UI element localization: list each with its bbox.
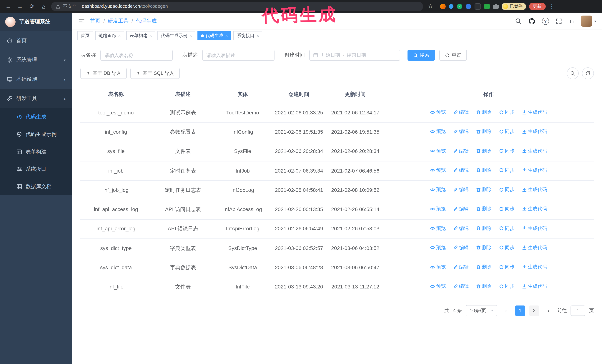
generate-code-link[interactable]: 生成代码 bbox=[522, 186, 547, 193]
delete-link[interactable]: 删除 bbox=[476, 186, 492, 193]
user-menu[interactable]: ▾ bbox=[581, 16, 596, 27]
tag-close-icon[interactable]: × bbox=[256, 33, 259, 38]
fullscreen-icon[interactable] bbox=[556, 18, 562, 24]
edit-link[interactable]: 编辑 bbox=[453, 186, 469, 193]
sync-link[interactable]: 同步 bbox=[499, 283, 515, 290]
import-sql-button[interactable]: 基于 SQL 导入 bbox=[130, 68, 180, 79]
help-icon[interactable]: ? bbox=[542, 18, 549, 25]
preview-link[interactable]: 预览 bbox=[430, 283, 446, 290]
generate-code-link[interactable]: 生成代码 bbox=[522, 244, 547, 251]
sync-link[interactable]: 同步 bbox=[499, 128, 515, 135]
generate-code-link[interactable]: 生成代码 bbox=[522, 283, 547, 290]
tag-close-icon[interactable]: × bbox=[189, 33, 192, 38]
profile-paused-badge[interactable]: 已暂停 bbox=[502, 3, 526, 10]
sync-link[interactable]: 同步 bbox=[499, 205, 515, 213]
edit-link[interactable]: 编辑 bbox=[453, 283, 469, 290]
sidebar-item-db-docs[interactable]: 数据库文档 bbox=[0, 178, 72, 195]
sync-link[interactable]: 同步 bbox=[499, 167, 515, 174]
table-name-input[interactable] bbox=[100, 50, 173, 61]
edit-link[interactable]: 编辑 bbox=[453, 128, 469, 135]
toggle-search-button[interactable] bbox=[567, 67, 579, 79]
preview-link[interactable]: 预览 bbox=[430, 128, 446, 135]
edit-link[interactable]: 编辑 bbox=[453, 225, 469, 232]
preview-link[interactable]: 预览 bbox=[430, 186, 446, 193]
extension-icon[interactable] bbox=[484, 3, 490, 9]
reload-icon[interactable]: ⟳ bbox=[27, 2, 36, 11]
sidebar-item-form-builder[interactable]: 表单构建 bbox=[0, 143, 72, 160]
delete-link[interactable]: 删除 bbox=[476, 167, 492, 174]
date-range-picker[interactable]: 开始日期 - 结束日期 bbox=[309, 50, 400, 61]
generate-code-link[interactable]: 生成代码 bbox=[522, 147, 547, 155]
tag-codegen-example[interactable]: 代码生成示例× bbox=[157, 31, 195, 40]
tag-close-icon[interactable]: × bbox=[225, 33, 228, 38]
extensions-puzzle-icon[interactable] bbox=[493, 3, 499, 9]
search-button[interactable]: 搜索 bbox=[408, 50, 435, 61]
generate-code-link[interactable]: 生成代码 bbox=[522, 108, 547, 116]
delete-link[interactable]: 删除 bbox=[476, 205, 492, 213]
sidebar-item-infra[interactable]: 基础设施 ▾ bbox=[0, 70, 72, 89]
delete-link[interactable]: 删除 bbox=[476, 108, 492, 116]
breadcrumb-home[interactable]: 首页 bbox=[90, 18, 100, 24]
sidebar-item-codegen-example[interactable]: 代码生成示例 bbox=[0, 125, 72, 143]
page-button-1[interactable]: 1 bbox=[515, 305, 525, 316]
edit-link[interactable]: 编辑 bbox=[453, 167, 469, 174]
sidebar-toggle-icon[interactable] bbox=[78, 18, 85, 24]
delete-link[interactable]: 删除 bbox=[476, 283, 492, 290]
reset-button[interactable]: 重置 bbox=[439, 50, 467, 61]
generate-code-link[interactable]: 生成代码 bbox=[522, 128, 547, 135]
sync-link[interactable]: 同步 bbox=[499, 244, 515, 251]
edit-link[interactable]: 编辑 bbox=[453, 147, 469, 155]
generate-code-link[interactable]: 生成代码 bbox=[522, 225, 547, 232]
bookmark-star-icon[interactable]: ☆ bbox=[426, 2, 435, 11]
preview-link[interactable]: 预览 bbox=[430, 108, 446, 116]
tag-form-builder[interactable]: 表单构建× bbox=[126, 31, 155, 40]
table-desc-input[interactable] bbox=[202, 50, 275, 61]
address-bar[interactable]: 不安全 dashboard.yudao.iocoder.cn/tool/code… bbox=[51, 2, 423, 11]
import-db-button[interactable]: 基于 DB 导入 bbox=[80, 68, 127, 79]
browser-update-button[interactable]: 更新 bbox=[529, 2, 546, 10]
extension-icon[interactable] bbox=[466, 3, 471, 9]
sync-link[interactable]: 同步 bbox=[499, 263, 515, 271]
delete-link[interactable]: 删除 bbox=[476, 244, 492, 251]
next-page-button[interactable]: › bbox=[543, 305, 553, 316]
tag-home[interactable]: 首页 bbox=[77, 31, 93, 40]
sync-link[interactable]: 同步 bbox=[499, 147, 515, 155]
back-icon[interactable]: ← bbox=[4, 2, 13, 11]
refresh-table-button[interactable] bbox=[582, 67, 594, 79]
tag-tracing[interactable]: 链路追踪× bbox=[95, 31, 124, 40]
tag-close-icon[interactable]: × bbox=[149, 33, 152, 38]
preview-link[interactable]: 预览 bbox=[430, 205, 446, 213]
sidebar-item-system[interactable]: 系统管理 ▾ bbox=[0, 50, 72, 70]
edit-link[interactable]: 编辑 bbox=[453, 244, 469, 251]
sidebar-item-system-api[interactable]: 系统接口 bbox=[0, 160, 72, 178]
generate-code-link[interactable]: 生成代码 bbox=[522, 263, 547, 271]
delete-link[interactable]: 删除 bbox=[476, 225, 492, 232]
extension-icon[interactable]: v bbox=[457, 3, 462, 9]
breadcrumb-devtools[interactable]: 研发工具 bbox=[108, 18, 129, 24]
edit-link[interactable]: 编辑 bbox=[453, 263, 469, 271]
preview-link[interactable]: 预览 bbox=[430, 167, 446, 174]
sync-link[interactable]: 同步 bbox=[499, 225, 515, 232]
goto-page-input[interactable] bbox=[570, 305, 585, 316]
extension-icon[interactable] bbox=[474, 3, 481, 10]
github-icon[interactable] bbox=[528, 18, 535, 25]
prev-page-button[interactable]: ‹ bbox=[501, 305, 511, 316]
logo-row[interactable]: 芋道管理系统 bbox=[0, 13, 72, 31]
delete-link[interactable]: 删除 bbox=[476, 263, 492, 271]
extension-icon[interactable] bbox=[440, 3, 446, 9]
sidebar-item-devtools[interactable]: 研发工具 ▴ bbox=[0, 89, 72, 108]
forward-icon[interactable]: → bbox=[16, 2, 24, 11]
tag-close-icon[interactable]: × bbox=[118, 33, 121, 38]
page-button-2[interactable]: 2 bbox=[529, 305, 539, 316]
page-size-select[interactable]: 10条/页 ▾ bbox=[466, 305, 497, 316]
sidebar-item-codegen[interactable]: 代码生成 bbox=[0, 108, 72, 125]
generate-code-link[interactable]: 生成代码 bbox=[522, 167, 547, 174]
delete-link[interactable]: 删除 bbox=[476, 147, 492, 155]
preview-link[interactable]: 预览 bbox=[430, 244, 446, 251]
sync-link[interactable]: 同步 bbox=[499, 186, 515, 193]
sync-link[interactable]: 同步 bbox=[499, 108, 515, 116]
tag-system-api[interactable]: 系统接口× bbox=[233, 31, 262, 40]
preview-link[interactable]: 预览 bbox=[430, 263, 446, 271]
edit-link[interactable]: 编辑 bbox=[453, 108, 469, 116]
extension-icon[interactable] bbox=[448, 3, 454, 10]
